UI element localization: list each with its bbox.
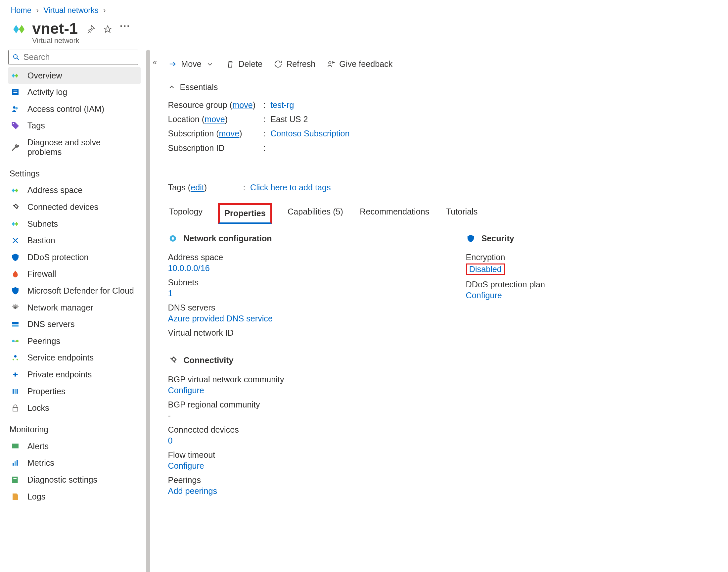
chevron-right-icon: › <box>36 6 39 15</box>
loc-value: East US 2 <box>270 115 308 124</box>
sidebar-group-monitoring: Monitoring <box>8 416 150 438</box>
conn-bgpvn-value[interactable]: Configure <box>168 386 430 395</box>
net-addr-value[interactable]: 10.0.0.0/16 <box>168 264 430 273</box>
sidebar-item-tags[interactable]: Tags <box>8 118 141 134</box>
sidebar-item-network-manager[interactable]: Network manager <box>8 299 141 316</box>
conn-cd-value[interactable]: 0 <box>168 436 430 445</box>
sidebar-item-locks[interactable]: Locks <box>8 400 141 416</box>
star-icon[interactable] <box>103 19 112 38</box>
trash-icon <box>225 59 235 69</box>
svg-rect-10 <box>12 325 18 327</box>
svg-point-29 <box>171 237 174 239</box>
tags-edit-link[interactable]: edit <box>190 183 204 192</box>
breadcrumb-vnets[interactable]: Virtual networks <box>44 6 98 15</box>
sidebar-item-alerts[interactable]: Alerts <box>8 438 141 455</box>
sidebar-item-label: DDoS protection <box>27 253 89 262</box>
sidebar-item-firewall[interactable]: Firewall <box>8 266 141 283</box>
sidebar-item-service-endpoints[interactable]: Service endpoints <box>8 350 141 366</box>
svg-rect-22 <box>13 463 14 466</box>
net-dns-value[interactable]: Azure provided DNS service <box>168 314 430 324</box>
sidebar: « Overview Activity log Access control (… <box>0 50 150 572</box>
sidebar-item-label: DNS servers <box>27 319 75 329</box>
search-input[interactable] <box>23 52 134 62</box>
sidebar-item-subnets[interactable]: Subnets <box>8 215 141 232</box>
sidebar-item-label: Alerts <box>27 442 49 451</box>
sidebar-item-label: Access control (IAM) <box>27 104 104 114</box>
sidebar-item-private-endpoints[interactable]: Private endpoints <box>8 366 141 383</box>
delete-label: Delete <box>238 59 262 69</box>
svg-rect-4 <box>14 92 17 93</box>
svg-point-7 <box>13 123 14 125</box>
collapse-sidebar-icon[interactable]: « <box>153 58 157 67</box>
net-dns-label: DNS servers <box>168 303 430 314</box>
properties-icon <box>11 386 20 396</box>
chevron-right-icon: › <box>103 6 106 15</box>
sidebar-item-activity-log[interactable]: Activity log <box>8 84 141 100</box>
refresh-button[interactable]: Refresh <box>273 59 316 69</box>
tab-tutorials[interactable]: Tutorials <box>445 203 479 224</box>
sec-ddos-value[interactable]: Configure <box>466 291 728 300</box>
sidebar-search[interactable] <box>8 50 138 65</box>
sub-move-link[interactable]: move <box>219 129 240 138</box>
svg-rect-3 <box>14 91 17 91</box>
shield-icon <box>466 234 476 243</box>
net-title: Network configuration <box>183 234 272 243</box>
sidebar-item-iam[interactable]: Access control (IAM) <box>8 100 141 118</box>
move-button[interactable]: Move <box>168 59 215 69</box>
vnet-icon <box>11 219 20 229</box>
sidebar-item-defender[interactable]: Microsoft Defender for Cloud <box>8 282 141 299</box>
sidebar-item-label: Overview <box>27 71 62 80</box>
sidebar-item-overview[interactable]: Overview <box>8 67 141 84</box>
more-icon[interactable]: ⋯ <box>119 19 131 38</box>
sidebar-item-diagnostic-settings[interactable]: Diagnostic settings <box>8 472 141 488</box>
main-content: Move Delete Refresh Give feedback Essent… <box>150 50 728 572</box>
tab-capabilities[interactable]: Capabilities (5) <box>286 203 344 224</box>
net-addr-label: Address space <box>168 253 430 264</box>
feedback-button[interactable]: Give feedback <box>326 59 393 69</box>
connectivity-icon <box>168 356 178 365</box>
breadcrumb-home[interactable]: Home <box>11 6 31 15</box>
tags-label: Tags <box>168 183 186 192</box>
defender-icon <box>11 286 20 296</box>
sidebar-item-connected-devices[interactable]: Connected devices <box>8 199 141 215</box>
svg-rect-20 <box>13 408 18 411</box>
sidebar-item-peerings[interactable]: Peerings <box>8 333 141 350</box>
chevron-down-icon <box>205 59 215 69</box>
loc-move-link[interactable]: move <box>205 115 225 124</box>
pin-icon[interactable] <box>86 19 96 38</box>
conn-flow-value[interactable]: Configure <box>168 461 430 471</box>
conn-peer-value[interactable]: Add peerings <box>168 486 430 496</box>
sidebar-item-diagnose[interactable]: Diagnose and solve problems <box>8 134 141 160</box>
svg-rect-18 <box>15 389 16 394</box>
svg-rect-24 <box>16 460 18 466</box>
essentials-toggle[interactable]: Essentials <box>168 82 218 92</box>
sec-enc-value[interactable]: Disabled <box>469 265 502 274</box>
sidebar-item-logs[interactable]: Logs <box>8 488 141 505</box>
tags-value[interactable]: Click here to add tags <box>250 183 331 192</box>
sub-value[interactable]: Contoso Subscription <box>270 129 349 138</box>
svg-point-12 <box>16 340 18 342</box>
panel-network-config: Network configuration Address space10.0.… <box>168 234 430 498</box>
tab-properties[interactable]: Properties <box>218 203 272 224</box>
sidebar-scrollbar[interactable] <box>146 50 150 572</box>
alerts-icon <box>11 442 20 451</box>
delete-button[interactable]: Delete <box>225 59 262 69</box>
tab-topology[interactable]: Topology <box>168 203 204 224</box>
sidebar-item-address-space[interactable]: Address space <box>8 182 141 199</box>
rg-value[interactable]: test-rg <box>270 100 294 110</box>
move-label: Move <box>181 59 201 69</box>
svg-point-15 <box>13 358 14 360</box>
rg-move-link[interactable]: move <box>232 100 253 110</box>
sidebar-item-properties[interactable]: Properties <box>8 383 141 400</box>
sidebar-item-label: Metrics <box>27 458 54 468</box>
sidebar-item-metrics[interactable]: Metrics <box>8 455 141 472</box>
vnet-icon <box>11 186 20 195</box>
lock-icon <box>11 403 20 413</box>
tab-recommendations[interactable]: Recommendations <box>359 203 430 224</box>
sidebar-item-dns[interactable]: DNS servers <box>8 316 141 333</box>
sidebar-item-bastion[interactable]: Bastion <box>8 232 141 249</box>
diagnostic-icon <box>11 475 20 485</box>
svg-point-11 <box>12 340 15 342</box>
net-subnets-value[interactable]: 1 <box>168 289 430 298</box>
sidebar-item-ddos[interactable]: DDoS protection <box>8 249 141 266</box>
